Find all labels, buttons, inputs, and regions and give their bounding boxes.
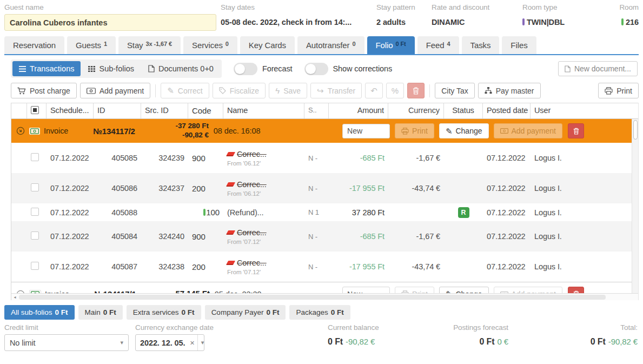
transfer-button[interactable]: ↪Transfer [310,83,362,98]
view-switch-group: Transactions Sub-folios Documents 0+0 [11,59,222,78]
tab-tasks[interactable]: Tasks [462,36,500,54]
postings-forecast-value: 0 Ft0 € [446,334,508,347]
stay-pattern-value: 2 adults [376,14,432,27]
subfolio-tab-all[interactable]: All sub-folios0 Ft [4,305,75,320]
guest-name-input[interactable] [4,14,216,31]
invoice-row[interactable]: Invoice №134117/1 57 145 Ft 05 dec. 23:3… [11,282,632,293]
subfolio-tab-company-payer[interactable]: Company Payer0 Ft [205,305,286,320]
invoice-delete-button[interactable] [568,123,584,138]
tab-key-cards[interactable]: Key Cards [240,36,295,54]
column-id[interactable]: ID [94,103,141,118]
scroll-left-arrow[interactable]: ◂ [11,294,18,301]
credit-limit-select[interactable]: No limit ▾ [4,334,129,351]
row-checkbox[interactable] [31,208,39,216]
invoice-change-button[interactable]: ✎ Change [439,287,489,294]
tab-feed[interactable]: Feed4 [417,36,459,54]
correction-eraser-icon [226,182,235,187]
invoice-delete-button[interactable] [568,287,584,294]
cell-code: 900 [188,154,223,163]
row-checkbox[interactable] [31,183,39,191]
clear-date-icon[interactable]: × [187,339,197,347]
room-color-bar [621,18,624,25]
column-user[interactable]: User [531,103,631,118]
tab-folio[interactable]: Folio0 Ft [367,36,415,54]
correct-button[interactable]: ✎Correct [161,83,209,98]
invoice-change-button[interactable]: ✎ Change [439,123,489,138]
forecast-toggle-track[interactable] [234,63,257,75]
tab-autotransfer[interactable]: Autotransfer0 [297,36,364,54]
invoice-row-selected[interactable]: Invoice №134117/2 -37 280 Ft -90,82 € 08… [11,119,632,143]
pencil-icon: ✎ [446,127,453,135]
collapse-invoice-icon[interactable] [16,290,25,294]
column-src-id[interactable]: Src. ID [141,103,188,118]
exchange-date-field: Currency exchange date 2022. 12. 05. × ▾ [135,323,204,351]
tab-services[interactable]: Services0 [183,36,237,54]
transaction-row[interactable]: 07.12.2022 405086 324237 200 Correc... F… [11,173,632,203]
subfolio-tab-main[interactable]: Main0 Ft [78,305,123,320]
column-name[interactable]: Name [223,103,304,118]
transaction-row[interactable]: 07.12.2022 405085 324239 900 Correc... F… [11,143,632,173]
column-posted-date[interactable]: Posted date [483,103,531,118]
city-tax-button[interactable]: City Tax [435,83,475,98]
horizontal-scrollbar-thumb[interactable] [19,295,606,300]
show-corrections-toggle[interactable]: Show corrections [304,63,393,75]
horizontal-scrollbar[interactable]: ◂ [11,293,638,300]
printer-icon [401,128,409,135]
column-currency[interactable]: Currency [388,103,444,118]
transaction-row[interactable]: 07.12.2022 405084 324240 900 Correc... F… [11,221,632,252]
transaction-row[interactable]: 07.12.2022 405088 100 (Refund)... N 1 37… [11,203,632,221]
sub-folios-view-button[interactable]: Sub-folios [82,61,140,76]
percent-button[interactable]: % [386,83,404,98]
invoice-add-payment-button[interactable]: Add payment [494,123,563,138]
select-all-checkbox[interactable] [31,106,39,114]
undo-button[interactable]: ↶ [365,83,383,98]
column-code[interactable]: Code [188,103,223,118]
pay-master-button[interactable]: Pay master [478,83,541,98]
row-checkbox[interactable] [31,153,39,161]
collapse-invoice-icon[interactable] [16,127,25,135]
documents-view-button[interactable]: Documents 0+0 [142,61,220,76]
tab-stay[interactable]: Stay3x -1,67 € [118,36,181,54]
invoice-status-input[interactable] [342,287,390,293]
transaction-row[interactable]: 07.12.2022 405087 324238 200 Correc... F… [11,252,632,282]
vertical-scrollbar-thumb[interactable] [633,120,638,140]
subfolio-tab-bar: All sub-folios0 Ft Main0 Ft Extra servic… [4,305,639,320]
tab-feed-badge: 4 [447,41,450,47]
cell-name: Correc... From '06.12' [223,150,304,167]
add-payment-button[interactable]: Add payment [80,83,151,98]
print-button[interactable]: Print [598,83,639,98]
cell-schedule: 07.12.2022 [47,232,94,241]
header-scrollbar-spacer [631,103,638,118]
folio-toolbar: Post charge Add payment ✎Correct Fiscali… [4,83,639,98]
new-document-button[interactable]: New document... [558,61,638,76]
tab-guests[interactable]: Guests1 [67,36,116,54]
tab-files[interactable]: Files [502,36,536,54]
show-corrections-toggle-track[interactable] [304,63,328,75]
subfolio-tab-extra-services[interactable]: Extra services0 Ft [127,305,201,320]
cell-status: R [444,207,483,218]
open-calendar-control[interactable]: ▾ [197,335,207,350]
row-checkbox[interactable] [31,231,39,240]
forecast-toggle[interactable]: Forecast [234,63,293,75]
exchange-date-picker[interactable]: 2022. 12. 05. × ▾ [135,334,204,351]
column-schedule[interactable]: Schedule... [47,103,94,118]
printer-icon [605,87,613,95]
vertical-scrollbar[interactable] [632,119,638,293]
transactions-view-button[interactable]: Transactions [12,61,81,76]
delete-button[interactable] [407,83,425,98]
column-s[interactable]: S.. [304,103,329,118]
invoice-print-button[interactable]: Print [395,123,434,138]
post-charge-button[interactable]: Post charge [11,83,77,98]
invoice-status-input[interactable] [342,124,390,138]
subfolio-tab-packages[interactable]: Packages0 Ft [289,305,350,320]
column-amount[interactable]: Amount [329,103,388,118]
invoice-datetime: 08 dec. 16:08 [214,127,261,135]
fiscalize-button[interactable]: Fiscalize [213,83,266,98]
invoice-add-payment-button[interactable]: Add payment [494,287,563,294]
row-checkbox[interactable] [31,262,39,270]
save-button[interactable]: ϟSave [269,83,307,98]
invoice-print-button[interactable]: Print [395,287,434,294]
tab-reservation[interactable]: Reservation [4,36,64,54]
column-status[interactable]: Status [444,103,483,118]
forecast-toggle-label: Forecast [262,64,293,73]
